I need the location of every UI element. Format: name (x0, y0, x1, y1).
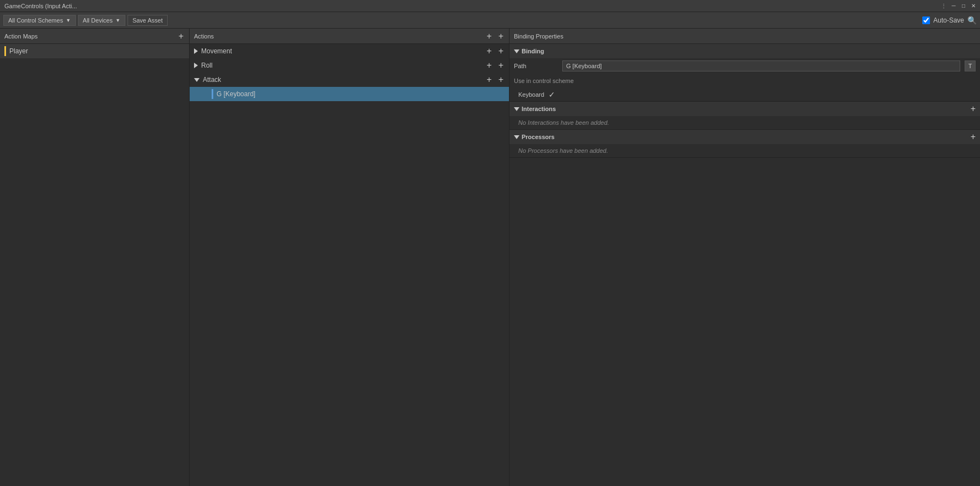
action-movement-icons: + + (485, 47, 505, 56)
action-roll-label: Roll (201, 62, 213, 69)
add-movement-action[interactable]: + (497, 47, 505, 56)
bp-path-row: Path T (510, 58, 980, 74)
action-maps-title: Action Maps (4, 33, 38, 40)
minimize-button[interactable]: ─ (949, 2, 958, 10)
add-action-button[interactable]: + (485, 32, 492, 41)
collapse-icon (194, 78, 200, 82)
autosave-label: Auto-Save (933, 16, 964, 24)
add-roll-binding[interactable]: + (485, 61, 492, 70)
close-button[interactable]: ✕ (969, 2, 978, 10)
bp-keyboard-scheme-row: Keyboard ✓ (510, 88, 980, 101)
bp-interactions-header[interactable]: Interactions + (510, 102, 980, 116)
action-attack[interactable]: Attack + + (190, 73, 509, 87)
action-roll[interactable]: Roll + + (190, 58, 509, 73)
bp-use-in-scheme-label: Use in control scheme (514, 78, 574, 84)
binding-properties-panel: Binding Properties Binding Path T Use in… (510, 29, 980, 486)
chevron-down-icon: ▼ (66, 18, 71, 23)
action-roll-icons: + + (485, 61, 505, 70)
actions-list: Movement + + Roll + + Attack (190, 44, 509, 486)
bp-path-label: Path (514, 63, 558, 69)
chevron-down-icon: ▼ (115, 18, 120, 23)
save-asset-button[interactable]: Save Asset (128, 15, 168, 26)
autosave-container: Auto-Save 🔍 (922, 16, 977, 25)
bp-t-button[interactable]: T (965, 60, 976, 71)
add-interaction-button[interactable]: + (971, 104, 976, 114)
title-bar: GameControls (Input Acti... ⋮ ─ □ ✕ (0, 0, 980, 12)
add-processor-button[interactable]: + (971, 132, 976, 142)
bp-binding-label: Binding (522, 48, 544, 54)
bp-processors-section: Processors + No Processors have been add… (510, 130, 980, 158)
binding-color-strip (212, 89, 213, 99)
bp-binding-collapse-icon (514, 49, 519, 53)
add-attack-action[interactable]: + (497, 75, 505, 84)
binding-g-keyboard-label: G [Keyboard] (217, 90, 256, 98)
add-movement-binding[interactable]: + (485, 47, 492, 56)
bp-title: Binding Properties (514, 33, 563, 40)
toolbar: All Control Schemes ▼ All Devices ▼ Save… (0, 12, 980, 29)
actions-header: Actions + + (190, 29, 509, 44)
add-roll-action[interactable]: + (497, 61, 505, 70)
action-add-buttons: + + (485, 32, 505, 41)
bp-processors-collapse-icon (514, 135, 519, 139)
bp-header: Binding Properties (510, 29, 980, 44)
bp-interactions-empty: No Interactions have been added. (510, 116, 980, 129)
action-map-player-label: Player (9, 47, 28, 55)
action-maps-panel: Action Maps + Player (0, 29, 190, 486)
title-bar-controls: ⋮ ─ □ ✕ (939, 2, 978, 10)
bp-keyboard-scheme-name: Keyboard (518, 91, 544, 98)
autosave-checkbox[interactable] (922, 16, 930, 24)
bp-processors-empty: No Processors have been added. (510, 144, 980, 157)
bp-processors-label: Processors (522, 134, 555, 140)
control-schemes-dropdown[interactable]: All Control Schemes ▼ (3, 15, 76, 26)
bp-binding-section-header[interactable]: Binding (510, 44, 980, 58)
menu-icon[interactable]: ⋮ (939, 2, 948, 10)
action-maps-header: Action Maps + (0, 29, 189, 44)
add-attack-binding[interactable]: + (485, 75, 492, 84)
bp-keyboard-checked-icon: ✓ (549, 90, 555, 99)
window-title: GameControls (Input Acti... (4, 3, 77, 9)
expand-icon (194, 48, 198, 54)
maximize-button[interactable]: □ (959, 2, 968, 10)
actions-title: Actions (194, 33, 214, 40)
search-button[interactable]: 🔍 (967, 16, 977, 25)
main-layout: Action Maps + Player Actions + + Movemen… (0, 29, 980, 486)
add-action-map-button[interactable]: + (178, 32, 185, 41)
bp-interactions-label: Interactions (522, 106, 556, 112)
actions-panel: Actions + + Movement + + Roll + (190, 29, 510, 486)
binding-g-keyboard[interactable]: G [Keyboard] (190, 87, 509, 101)
bp-binding-section: Binding Path T Use in control scheme Key… (510, 44, 980, 102)
action-map-color-bar (4, 46, 6, 56)
action-movement[interactable]: Movement + + (190, 44, 509, 58)
expand-icon (194, 63, 198, 68)
bp-path-input[interactable] (562, 60, 960, 71)
action-map-player[interactable]: Player (0, 44, 189, 58)
bp-interactions-collapse-icon (514, 107, 519, 111)
devices-dropdown[interactable]: All Devices ▼ (78, 15, 125, 26)
bp-interactions-section: Interactions + No Interactions have been… (510, 102, 980, 130)
action-maps-list: Player (0, 44, 189, 486)
bp-use-in-scheme-row: Use in control scheme (510, 74, 980, 88)
bp-processors-header[interactable]: Processors + (510, 130, 980, 144)
action-attack-label: Attack (203, 76, 221, 84)
add-binding-button[interactable]: + (497, 32, 505, 41)
action-attack-icons: + + (485, 75, 505, 84)
action-movement-label: Movement (201, 47, 232, 55)
